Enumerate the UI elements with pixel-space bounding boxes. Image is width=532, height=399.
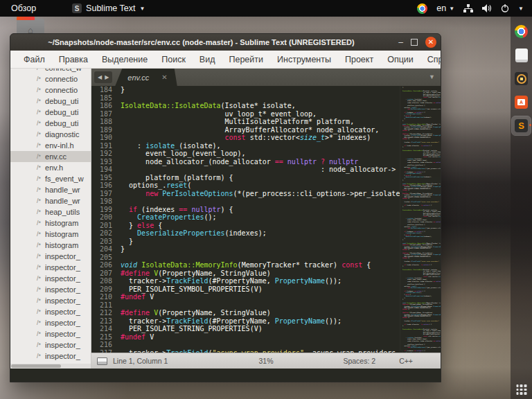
language-indicator[interactable]: en ▼ (436, 3, 454, 13)
source-file-icon: /* (37, 175, 41, 182)
sidebar-file-env-inl.h[interactable]: /*env-inl.h (10, 140, 91, 151)
titlebar[interactable]: ~/Snapshots/node-master/src/env.cc (node… (10, 34, 441, 51)
tab-next-icon[interactable]: ▶ (105, 74, 109, 80)
sidebar-file-handle_wr[interactable]: /*handle_wr (10, 184, 91, 195)
menu-item-0[interactable]: Файл (17, 53, 51, 66)
sidebar-file-env.cc[interactable]: /*env.cc (10, 151, 91, 162)
dock-item-files[interactable] (512, 46, 531, 64)
sidebar-file-inspector_[interactable]: /*inspector_ (10, 317, 91, 328)
dock-item-screenshot-tool[interactable] (512, 69, 531, 88)
sidebar-file-histogram[interactable]: /*histogram (10, 229, 91, 240)
sidebar-file-inspector_[interactable]: /*inspector_ (10, 273, 91, 284)
sidebar-file-inspector_[interactable]: /*inspector_ (10, 339, 91, 351)
app-menu[interactable]: S Sublime Text ▼ (72, 3, 145, 13)
sidebar-file-debug_uti[interactable]: /*debug_uti (10, 107, 91, 118)
minimap[interactable]: }IsolateData::IsolateData(Isolate* isola… (400, 86, 441, 353)
sidebar-file-diagnostic[interactable]: /*diagnostic (10, 129, 91, 140)
sidebar-file-histogram[interactable]: /*histogram (10, 240, 91, 251)
line-number: 204 (91, 245, 121, 254)
sidebar-file-heap_utils[interactable]: /*heap_utils (10, 206, 91, 218)
source-file-icon: /* (37, 253, 41, 260)
sidebar-horizontal-scrollbar[interactable] (10, 364, 91, 369)
syntax-setting[interactable]: C++ (399, 357, 413, 365)
maximize-button[interactable] (411, 39, 418, 46)
menu-item-3[interactable]: Поиск (155, 53, 192, 66)
code-line-189: 189 ArrayBufferAllocator* node_allocator… (91, 126, 441, 134)
sidebar-file-inspector_[interactable]: /*inspector_ (10, 262, 91, 273)
menu-item-4[interactable]: Вид (193, 53, 222, 66)
minimap-line: new PerIsolateOptions(*(per_process::cli… (402, 287, 441, 288)
chrome-icon[interactable] (417, 3, 427, 14)
source-file-icon: /* (37, 186, 41, 193)
line-number: 214 (91, 325, 121, 333)
source-file-icon: /* (37, 153, 41, 160)
sidebar-file-handle_wr[interactable]: /*handle_wr (10, 195, 91, 206)
menu-item-1[interactable]: Правка (53, 53, 94, 66)
code-line-190: 190 const std::vector<size_t>* indexes) (91, 134, 441, 142)
line-number: 190 (91, 134, 121, 142)
menu-item-2[interactable]: Выделение (96, 53, 154, 66)
file-label: env.cc (45, 152, 66, 161)
line-number: 206 (91, 261, 121, 269)
minimize-button[interactable]: – (398, 39, 403, 46)
code-line-187: 187 uv_loop_t* event_loop, (91, 110, 441, 118)
sidebar-file-fs_event_w[interactable]: /*fs_event_w (10, 173, 91, 184)
source-file-icon: /* (37, 330, 41, 337)
file-label: fs_event_w (45, 175, 84, 183)
dock-item-sublime-text[interactable]: S (512, 116, 531, 135)
menu-item-7[interactable]: Проект (339, 53, 380, 66)
sidebar-file-connectio[interactable]: /*connectio (10, 85, 91, 96)
sidebar-file-debug_uti[interactable]: /*debug_uti (10, 118, 91, 129)
line-number: 215 (91, 333, 121, 342)
code-line-209: 209 PER_ISOLATE_SYMBOL_PROPERTIES(V) (91, 285, 441, 294)
tab-close-icon[interactable]: ✕ (161, 73, 167, 81)
code-text: } (121, 86, 125, 94)
sidebar-file-env.h[interactable]: /*env.h (10, 162, 91, 173)
network-icon[interactable] (463, 4, 473, 12)
power-icon[interactable] (501, 4, 509, 12)
menu-item-8[interactable]: Опции (381, 53, 420, 66)
sidebar-file-histogram[interactable]: /*histogram (10, 218, 91, 229)
line-number: 208 (91, 277, 121, 285)
sidebar-file-inspector_[interactable]: /*inspector_ (10, 284, 91, 295)
show-applications-button[interactable] (516, 384, 526, 395)
sidebar-file-debug_uti[interactable]: /*debug_uti (10, 96, 91, 107)
close-button[interactable]: ✕ (425, 37, 436, 48)
volume-icon[interactable] (482, 4, 492, 12)
source-file-icon: /* (37, 109, 41, 116)
sidebar-file-connect_w[interactable]: /*connect_w (10, 69, 91, 73)
app-menu-label: Sublime Text (86, 3, 135, 13)
window-title: ~/Snapshots/node-master/src/env.cc (node… (10, 38, 392, 46)
code-area[interactable]: 184}185186IsolateData::IsolateData(Isola… (91, 86, 441, 353)
tab-env-cc[interactable]: env.cc ✕ (115, 69, 177, 86)
minimap-line: new PerIsolateOptions(*(per_process::cli… (402, 346, 441, 348)
sidebar-file-inspector_[interactable]: /*inspector_ (10, 251, 91, 262)
menu-item-5[interactable]: Перейти (222, 53, 269, 66)
menu-item-9[interactable]: Справка (421, 53, 441, 66)
code-text: } (121, 245, 125, 254)
tab-nav-arrows[interactable]: ◀ ▶ (94, 71, 112, 83)
dock-item-ubuntu-software[interactable]: A (512, 93, 531, 112)
sidebar-file-inspector_[interactable]: /*inspector_ (10, 295, 91, 306)
code-text: #undef V (121, 333, 154, 342)
sidebar-file-inspector_[interactable]: /*inspector_ (10, 306, 91, 317)
chevron-down-icon: ▼ (139, 6, 145, 12)
source-file-icon: /* (37, 120, 41, 127)
activities-button[interactable]: Обзор (0, 3, 47, 13)
dock-item-chrome[interactable] (512, 22, 531, 41)
chevron-down-icon: ▼ (449, 6, 454, 12)
system-menu-chevron-icon[interactable]: ▼ (518, 6, 524, 12)
file-label: inspector_ (45, 330, 80, 338)
tab-prev-icon[interactable]: ◀ (98, 74, 102, 80)
menu-item-6[interactable]: Инструменты (271, 53, 337, 66)
sidebar-file-connectio[interactable]: /*connectio (10, 73, 91, 85)
code-text: } (121, 238, 133, 246)
source-file-icon: /* (37, 286, 41, 293)
line-number: 201 (91, 222, 121, 230)
tab-overflow-icon[interactable]: ▼ (429, 73, 435, 80)
sidebar-file-inspector_[interactable]: /*inspector_ (10, 351, 91, 362)
code-text: IsolateData::IsolateData(Isolate* isolat… (121, 102, 296, 110)
sidebar-file-inspector_[interactable]: /*inspector_ (10, 328, 91, 339)
line-number: 207 (91, 269, 121, 278)
indent-setting[interactable]: Spaces: 2 (343, 357, 375, 365)
